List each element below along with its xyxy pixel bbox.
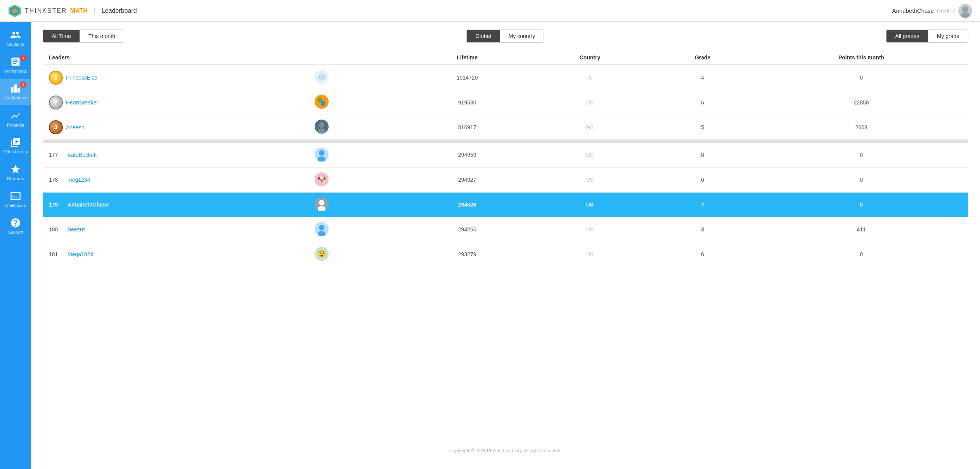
- sidebar-item-progress[interactable]: Progress: [0, 106, 31, 132]
- logo-icon: [8, 4, 22, 18]
- table-row: 178 meg1234 🐶 294927 US 6 0: [43, 167, 968, 192]
- scope-filter-group: Global My country: [466, 30, 544, 43]
- rank-cell-1: 1 PrincessElsa: [43, 65, 308, 90]
- rank-cell-3: 3 Aneesh: [43, 115, 308, 140]
- avatar-cell-meg1234: 🐶: [308, 167, 405, 192]
- user-link-PrincessElsa[interactable]: PrincessElsa: [66, 75, 97, 81]
- filter-bar: All Time This month Global My country Al…: [43, 30, 968, 43]
- progress-icon: [10, 110, 21, 121]
- table-row: 179 AnnabethChase 294526 US 7 0: [43, 192, 968, 217]
- rank-cell-179: 179 AnnabethChase: [43, 192, 308, 217]
- lifetime-cell: 919530: [405, 90, 529, 115]
- grade-cell: 6: [651, 90, 754, 115]
- avatar-cell-Beezus: [308, 217, 405, 242]
- grade-cell: 6: [651, 167, 754, 192]
- svg-point-4: [961, 12, 970, 18]
- table-row: 181 Mega1024 😵 293279 US 6 0: [43, 242, 968, 267]
- global-button[interactable]: Global: [467, 30, 500, 42]
- svg-point-3: [962, 6, 968, 12]
- separator-row: [43, 140, 968, 143]
- sidebar: Students 1 Worksheets 3 Leaderboard Prog…: [0, 22, 31, 469]
- points-cell: 22858: [754, 90, 968, 115]
- user-name: AnnabethChase: [892, 7, 934, 14]
- country-cell: GB: [529, 115, 651, 140]
- country-cell: US: [529, 192, 651, 217]
- sidebar-item-leaderboard-label: Leaderboard: [3, 96, 28, 101]
- sidebar-item-video-label: Video Library: [3, 149, 28, 155]
- user-link-Mega1024[interactable]: Mega1024: [68, 251, 93, 257]
- table-row: 1 PrincessElsa ❄️ 1014720 IN 4 0: [43, 65, 968, 90]
- avatar-cell-PrincessElsa: ❄️: [308, 65, 405, 90]
- points-cell: 0: [754, 242, 968, 267]
- lifetime-cell: 816917: [405, 115, 529, 140]
- sidebar-item-students-label: Students: [7, 42, 24, 47]
- col-country: Country: [529, 50, 651, 65]
- svg-point-19: [319, 200, 324, 205]
- svg-point-9: [321, 101, 326, 106]
- time-filter-group: All Time This month: [43, 30, 124, 43]
- sidebar-item-video-library[interactable]: Video Library: [0, 133, 31, 158]
- points-cell: 0: [754, 192, 968, 217]
- top-header: THiNKSTer MATH | Leaderboard AnnabethCha…: [0, 0, 980, 22]
- svg-point-11: [319, 122, 324, 128]
- user-link-Aneesh[interactable]: Aneesh: [66, 124, 84, 130]
- leaderboard-icon: [10, 83, 21, 94]
- sidebar-item-students[interactable]: Students: [0, 26, 31, 51]
- user-link-HeartBreaker[interactable]: HeartBreaker: [66, 99, 98, 106]
- star-icon: [10, 164, 21, 175]
- user-link-Beezus[interactable]: Beezus: [68, 226, 86, 233]
- sidebar-item-support[interactable]: Support: [0, 214, 31, 239]
- rank-cell-180: 180 Beezus: [43, 217, 308, 242]
- country-cell: US: [529, 143, 651, 168]
- grade-cell: 5: [651, 115, 754, 140]
- svg-point-14: [319, 150, 324, 156]
- sidebar-item-support-label: Support: [8, 230, 23, 235]
- user-link-AnnabethChase[interactable]: AnnabethChase: [68, 201, 109, 208]
- sidebar-item-whiteboard-label: Whiteboard: [5, 203, 26, 208]
- sidebar-item-rewards[interactable]: Rewards: [0, 160, 31, 185]
- table-row: 2 HeartBreaker 919530 US 6 22858: [43, 90, 968, 115]
- sidebar-item-worksheets-label: Worksheets: [4, 69, 27, 74]
- all-time-button[interactable]: All Time: [43, 30, 80, 42]
- svg-text:🐶: 🐶: [317, 175, 326, 184]
- this-month-button[interactable]: This month: [80, 30, 124, 42]
- my-grade-button[interactable]: My grade: [928, 30, 968, 42]
- svg-point-2: [12, 9, 17, 13]
- support-icon: [10, 217, 21, 228]
- avatar: [958, 4, 972, 18]
- user-link-meg1234[interactable]: meg1234: [68, 177, 90, 183]
- sidebar-item-worksheets[interactable]: 1 Worksheets: [0, 52, 31, 78]
- sidebar-item-progress-label: Progress: [7, 123, 24, 128]
- medal-bronze: 3: [49, 120, 63, 134]
- points-cell: 0: [754, 65, 968, 90]
- grade-cell: 4: [651, 65, 754, 90]
- table-row: 3 Aneesh 816917 GB 5 2068: [43, 115, 968, 140]
- rank-cell-181: 181 Mega1024: [43, 242, 308, 267]
- points-cell: 0: [754, 143, 968, 168]
- medal-gold: 1: [49, 71, 63, 85]
- worksheets-icon: [10, 56, 21, 67]
- lifetime-cell: 293279: [405, 242, 529, 267]
- logo-math-text: MATH: [70, 7, 88, 14]
- students-icon: [10, 30, 21, 40]
- medal-silver: 2: [49, 96, 63, 109]
- logo-leaderboard-text: Leaderboard: [102, 7, 137, 14]
- main-layout: Students 1 Worksheets 3 Leaderboard Prog…: [0, 22, 980, 469]
- grade-cell: 7: [651, 192, 754, 217]
- content-area: All Time This month Global My country Al…: [31, 22, 980, 469]
- my-country-button[interactable]: My country: [500, 30, 544, 42]
- svg-point-22: [319, 225, 324, 230]
- sidebar-item-whiteboard[interactable]: Whiteboard: [0, 187, 31, 212]
- lifetime-cell: 294526: [405, 192, 529, 217]
- rank-cell-178: 178 meg1234: [43, 167, 308, 192]
- all-grades-button[interactable]: All grades: [887, 30, 928, 42]
- user-area: AnnabethChase Grade 7: [892, 4, 972, 18]
- avatar-cell-KateBeckett: [308, 143, 405, 168]
- col-avatar-spacer: [308, 50, 405, 65]
- country-cell: IN: [529, 65, 651, 90]
- footer: Copyright © 2018 Prazas Learning. All ri…: [43, 440, 968, 461]
- svg-text:😵: 😵: [317, 250, 326, 258]
- sidebar-item-leaderboard[interactable]: 3 Leaderboard: [0, 79, 31, 104]
- user-link-KateBeckett[interactable]: KateBeckett: [68, 152, 97, 158]
- logo-divider: |: [94, 7, 95, 14]
